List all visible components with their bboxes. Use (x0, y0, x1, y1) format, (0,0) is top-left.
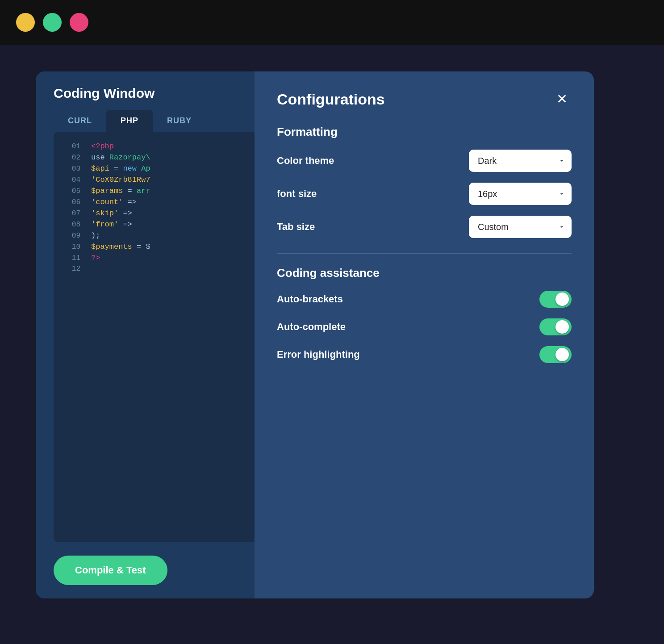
font-size-row: font size 12px 14px 16px 18px 20px (277, 183, 572, 205)
title-bar (0, 0, 664, 45)
window-title: Coding Window (54, 86, 155, 100)
traffic-light-pink[interactable] (70, 13, 88, 32)
auto-brackets-toggle[interactable] (539, 291, 572, 308)
app-window: Coding Window CURL PHP RUBY 01 <?php 02 … (36, 71, 594, 598)
tab-size-row: Tab size 2 4 8 Custom (277, 216, 572, 238)
traffic-light-green[interactable] (43, 13, 62, 32)
tab-size-label: Tab size (277, 221, 315, 233)
color-theme-row: Color theme Dark Light System (277, 150, 572, 172)
auto-brackets-row: Auto-brackets (277, 291, 572, 308)
color-theme-label: Color theme (277, 155, 334, 167)
traffic-light-yellow[interactable] (16, 13, 35, 32)
error-highlighting-toggle[interactable] (539, 346, 572, 363)
toggle-thumb-error-highlighting (555, 348, 569, 361)
config-panel-title: Configurations (277, 91, 385, 108)
toggle-thumb-auto-brackets (555, 293, 569, 306)
auto-complete-row: Auto-complete (277, 318, 572, 335)
error-highlighting-row: Error highlighting (277, 346, 572, 363)
main-area: Coding Window CURL PHP RUBY 01 <?php 02 … (0, 45, 664, 644)
error-highlighting-label: Error highlighting (277, 349, 360, 360)
formatting-section-title: Formatting (277, 125, 572, 139)
tab-ruby[interactable]: RUBY (153, 110, 206, 132)
tab-size-select[interactable]: 2 4 8 Custom (469, 216, 572, 238)
color-theme-select[interactable]: Dark Light System (469, 150, 572, 172)
config-panel: Configurations ✕ Formatting Color theme … (255, 71, 594, 598)
auto-brackets-label: Auto-brackets (277, 293, 343, 305)
compile-test-button[interactable]: Compile & Test (54, 556, 167, 585)
toggle-thumb-auto-complete (555, 320, 569, 334)
close-button[interactable]: ✕ (552, 89, 572, 109)
coding-assistance-section-title: Coding assistance (277, 266, 572, 280)
tab-curl[interactable]: CURL (54, 110, 106, 132)
auto-complete-toggle[interactable] (539, 318, 572, 335)
font-size-select[interactable]: 12px 14px 16px 18px 20px (469, 183, 572, 205)
section-divider (277, 253, 572, 254)
config-header: Configurations ✕ (277, 89, 572, 109)
tab-php[interactable]: PHP (106, 110, 153, 132)
auto-complete-label: Auto-complete (277, 321, 346, 333)
font-size-label: font size (277, 188, 317, 200)
